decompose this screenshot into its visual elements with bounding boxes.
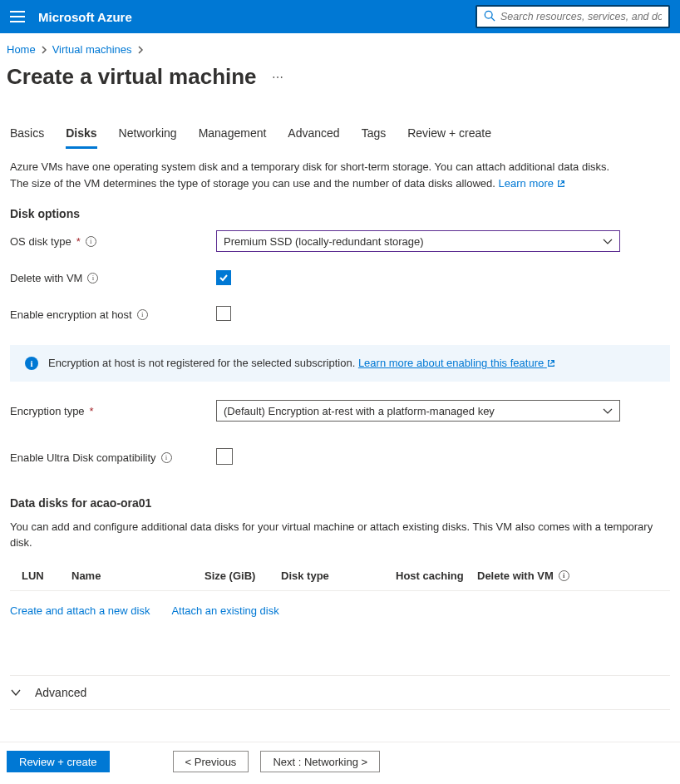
data-disks-table-header: LUN Name Size (GiB) Disk type Host cachi… <box>10 563 670 591</box>
breadcrumb-vm[interactable]: Virtual machines <box>52 43 132 56</box>
global-search[interactable] <box>476 5 670 28</box>
tab-review[interactable]: Review + create <box>407 126 491 149</box>
review-create-button[interactable]: Review + create <box>7 751 110 772</box>
previous-button[interactable]: < Previous <box>173 751 249 772</box>
page-title: Create a virtual machine <box>7 64 257 90</box>
attach-disk-link[interactable]: Attach an existing disk <box>171 604 278 617</box>
required-marker: * <box>76 235 81 248</box>
intro-line1: Azure VMs have one operating system disk… <box>10 160 609 173</box>
delete-with-vm-checkbox[interactable] <box>216 270 231 285</box>
tab-tags[interactable]: Tags <box>362 126 387 149</box>
info-icon[interactable]: i <box>87 273 98 284</box>
menu-icon[interactable] <box>10 11 25 22</box>
chevron-down-icon <box>10 686 22 699</box>
brand-label: Microsoft Azure <box>38 10 132 24</box>
os-disk-type-label: OS disk type <box>10 235 71 248</box>
disk-options-heading: Disk options <box>10 207 670 220</box>
breadcrumb: Home Virtual machines <box>7 43 673 56</box>
breadcrumb-home[interactable]: Home <box>7 43 36 56</box>
required-marker: * <box>90 405 94 417</box>
data-disks-intro: You can add and configure additional dat… <box>10 520 670 551</box>
next-button[interactable]: Next : Networking > <box>260 751 380 772</box>
ultra-disk-label: Enable Ultra Disk compatibility <box>10 451 156 464</box>
banner-learn-more-link[interactable]: Learn more about enabling this feature <box>358 357 555 369</box>
chevron-right-icon <box>137 46 144 54</box>
tab-management[interactable]: Management <box>199 126 267 149</box>
tab-disks[interactable]: Disks <box>66 126 96 149</box>
chevron-down-icon <box>603 405 613 417</box>
wizard-tabs: Basics Disks Networking Management Advan… <box>10 126 670 149</box>
info-icon[interactable]: i <box>137 309 148 320</box>
page-content: Home Virtual machines Create a virtual m… <box>0 33 680 710</box>
info-icon: i <box>25 357 38 370</box>
external-link-icon <box>557 176 565 193</box>
encryption-info-banner: i Encryption at host is not registered f… <box>10 345 670 382</box>
encryption-type-select[interactable]: (Default) Encryption at-rest with a plat… <box>216 400 620 422</box>
top-bar: Microsoft Azure <box>0 0 680 33</box>
learn-more-link[interactable]: Learn more <box>499 177 565 190</box>
os-disk-type-value: Premium SSD (locally-redundant storage) <box>224 235 424 248</box>
col-type: Disk type <box>281 570 396 582</box>
create-disk-link[interactable]: Create and attach a new disk <box>10 604 150 617</box>
encryption-type-value: (Default) Encryption at-rest with a plat… <box>224 405 495 417</box>
search-icon <box>484 10 495 24</box>
col-lun: LUN <box>10 570 71 582</box>
advanced-section-toggle[interactable]: Advanced <box>10 675 670 710</box>
encrypt-host-label: Enable encryption at host <box>10 308 132 321</box>
external-link-icon <box>547 357 555 370</box>
intro-line2: The size of the VM determines the type o… <box>10 177 495 190</box>
chevron-down-icon <box>603 235 613 248</box>
svg-line-1 <box>491 17 495 21</box>
advanced-section-label: Advanced <box>35 686 86 699</box>
os-disk-type-select[interactable]: Premium SSD (locally-redundant storage) <box>216 230 620 252</box>
chevron-right-icon <box>41 46 47 54</box>
col-delete: Delete with VM <box>477 570 554 582</box>
tab-basics[interactable]: Basics <box>10 126 44 149</box>
encryption-type-label: Encryption type <box>10 405 85 417</box>
col-cache: Host caching <box>396 570 477 582</box>
search-input[interactable] <box>500 11 662 22</box>
encrypt-host-checkbox[interactable] <box>216 306 231 321</box>
col-name: Name <box>71 570 204 582</box>
delete-with-vm-label: Delete with VM <box>10 272 82 284</box>
wizard-footer: Review + create < Previous Next : Networ… <box>0 742 680 784</box>
info-icon[interactable]: i <box>161 452 172 463</box>
info-icon[interactable]: i <box>86 236 96 247</box>
intro-text: Azure VMs have one operating system disk… <box>10 159 670 192</box>
col-size: Size (GiB) <box>204 570 281 582</box>
tab-networking[interactable]: Networking <box>119 126 177 149</box>
info-icon[interactable]: i <box>559 570 569 581</box>
svg-point-0 <box>485 11 492 18</box>
banner-text: Encryption at host is not registered for… <box>48 357 355 369</box>
tab-advanced[interactable]: Advanced <box>288 126 339 149</box>
data-disks-heading: Data disks for acao-ora01 <box>10 496 670 510</box>
ultra-disk-checkbox[interactable] <box>216 448 233 465</box>
more-actions-icon[interactable]: ⋯ <box>272 71 285 84</box>
